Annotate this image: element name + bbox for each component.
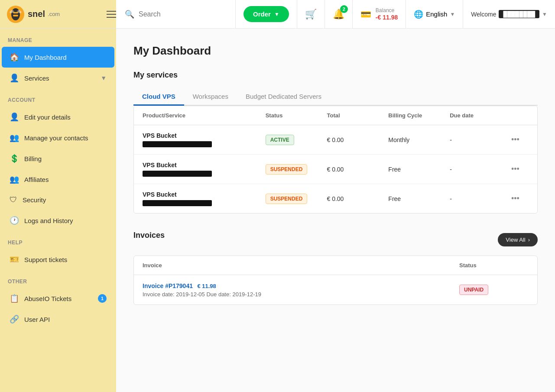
welcome-action[interactable]: Welcome ████████ ▼ [463,0,555,28]
dashboard-icon: 🏠 [10,52,19,62]
sidebar-logs-label: Logs and History [24,217,107,224]
service-status: SUSPENDED [266,194,327,204]
sidebar-services-label: Services [24,75,95,82]
row-more-button[interactable]: ••• [511,165,529,174]
main-layout: MANAGE 🏠 My Dashboard 👤 Services ▼ ACCOU… [0,29,555,392]
tab-budget-dedicated[interactable]: Budget Dedicated Servers [237,88,330,106]
welcome-text: Welcome [471,11,496,18]
sidebar-item-contacts[interactable]: 👥 Manage your contacts [2,127,114,148]
service-sub [143,200,212,206]
service-billing: Free [388,166,450,173]
invoice-details: Invoice date: 2019-12-05 Due date: 2019-… [143,291,459,298]
sidebar-dashboard-label: My Dashboard [24,54,107,61]
header-billing: Billing Cycle [388,112,450,119]
billing-icon: 💲 [10,154,19,163]
sidebar-item-support[interactable]: 🎫 Support tickets [2,249,114,270]
order-chevron-icon: ▼ [274,11,279,17]
svg-point-4 [14,10,17,12]
sidebar-item-abuseio[interactable]: 📋 AbuseIO Tickets 1 [2,288,114,309]
other-section-label: OTHER [0,270,116,288]
sidebar-affiliates-label: Affiliates [24,176,107,183]
topnav: snel.com 🔍 Order ▼ 🛒 🔔 2 💳 Balan [0,0,555,29]
invoice-table-header: Invoice Status [134,256,537,275]
affiliates-icon: 👥 [10,175,19,184]
notification-badge: 2 [340,5,348,13]
view-all-button[interactable]: View All › [498,233,538,246]
sidebar-item-userapi[interactable]: 🔗 User API [2,309,114,330]
sidebar-item-services[interactable]: 👤 Services ▼ [2,68,114,88]
balance-action[interactable]: 💳 Balance -€ 11.98 [353,0,406,28]
services-chevron-icon: ▼ [101,75,107,81]
invoice-info: Invoice #P179041 € 11.98 Invoice date: 2… [143,282,459,298]
row-more-button[interactable]: ••• [511,194,529,203]
table-row: VPS Bucket ACTIVE € 0.00 Monthly - ••• [134,125,537,155]
unpaid-badge: UNPAID [459,285,488,295]
topnav-right: 🔍 Order ▼ 🛒 🔔 2 💳 Balance -€ 11.98 [116,0,555,28]
brand-name: snel [28,9,45,19]
balance-amount: -€ 11.98 [376,14,398,21]
sidebar-support-label: Support tickets [24,256,107,263]
logo-area: snel.com [0,0,116,28]
balance-info: Balance -€ 11.98 [376,7,398,20]
language-label: English [426,10,447,18]
service-sub [143,141,212,147]
main-content: My Dashboard My services Cloud VPS Works… [116,29,555,392]
api-icon: 🔗 [10,314,19,324]
tab-cloud-vps[interactable]: Cloud VPS [133,88,184,106]
order-button[interactable]: Order ▼ [243,6,289,22]
services-icon: 👤 [10,73,19,83]
search-area: 🔍 [116,0,236,28]
sidebar-item-affiliates[interactable]: 👥 Affiliates [2,169,114,190]
header-status: Status [266,112,327,119]
invoice-number: Invoice #P179041 [143,282,193,289]
invoices-header: Invoices View All › [133,231,538,249]
cart-icon: 🛒 [305,9,317,20]
status-badge: SUSPENDED [266,164,308,175]
service-name: VPS Bucket [143,191,266,198]
sidebar-item-security[interactable]: 🛡 Security [2,190,114,210]
account-section-label: ACCOUNT [0,88,116,107]
header-actions [511,112,529,119]
services-table: Product/Service Status Total Billing Cyc… [133,106,538,214]
services-section-title: My services [133,71,538,80]
topnav-actions: 🛒 🔔 2 💳 Balance -€ 11.98 🌐 English ▼ Wel… [297,0,555,28]
logo[interactable]: snel.com [6,5,60,24]
notifications-action[interactable]: 🔔 2 [325,0,353,28]
language-action[interactable]: 🌐 English ▼ [406,0,463,28]
sidebar-userapi-label: User API [24,316,107,323]
service-status: SUSPENDED [266,164,327,175]
sidebar-item-dashboard[interactable]: 🏠 My Dashboard [2,47,114,68]
hamburger-menu[interactable] [107,11,116,18]
sidebar-item-logs[interactable]: 🕐 Logs and History [2,210,114,231]
table-row: VPS Bucket SUSPENDED € 0.00 Free - ••• [134,184,537,213]
tab-workspaces[interactable]: Workspaces [184,88,237,106]
sidebar-contacts-label: Manage your contacts [24,134,107,142]
header-total: Total [327,112,388,119]
history-icon: 🕐 [10,216,19,225]
sidebar-item-edit-details[interactable]: 👤 Edit your details [2,107,114,127]
status-badge: ACTIVE [266,135,294,145]
manage-section-label: MANAGE [0,29,116,47]
invoice-row: Invoice #P179041 € 11.98 Invoice date: 2… [134,275,537,305]
ticket-icon: 🎫 [10,255,19,264]
service-product: VPS Bucket [143,132,266,147]
sidebar-item-billing[interactable]: 💲 Billing [2,148,114,169]
order-label: Order [253,10,271,18]
services-section: My services Cloud VPS Workspaces Budget … [133,71,538,214]
globe-icon: 🌐 [414,10,423,19]
service-product: VPS Bucket [143,162,266,177]
service-sub [143,171,212,177]
invoices-title: Invoices [133,231,165,240]
row-more-button[interactable]: ••• [511,135,529,144]
welcome-chevron-icon: ▼ [542,11,547,17]
sidebar: MANAGE 🏠 My Dashboard 👤 Services ▼ ACCOU… [0,29,116,392]
shield-icon: 🛡 [10,195,17,204]
invoice-table: Invoice Status Invoice #P179041 € 11.98 … [133,256,538,305]
bee-logo-icon [6,5,25,24]
cart-action[interactable]: 🛒 [297,0,325,28]
lang-chevron-icon: ▼ [450,11,455,17]
service-due: - [450,136,511,143]
search-input[interactable] [139,10,227,18]
invoice-amount: € 11.98 [197,283,216,289]
service-total: € 0.00 [327,195,388,202]
